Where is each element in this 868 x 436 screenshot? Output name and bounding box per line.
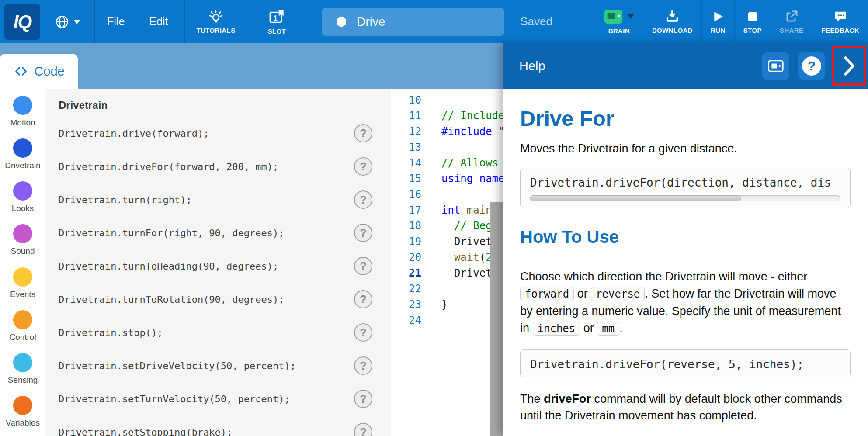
command-help-button[interactable]: ? [354, 290, 372, 308]
sidebar-item-drivetrain[interactable]: Drivetrain [5, 136, 40, 179]
horizontal-scrollbar [530, 195, 840, 201]
command-help-button[interactable]: ? [354, 423, 372, 436]
file-menu[interactable]: File [95, 0, 137, 43]
editor-line[interactable]: 19 Drivetra [391, 234, 503, 249]
command-text[interactable]: Drivetrain.turnFor(right, 90, degrees); [59, 228, 354, 239]
sidebar-item-variables[interactable]: Variables [6, 393, 40, 436]
editor-line[interactable]: 20 wait(2, [391, 249, 503, 265]
category-label: Sound [11, 246, 35, 256]
command-row[interactable]: Drivetrain.setDriveVelocity(50, percent)… [59, 349, 391, 382]
command-help-button[interactable]: ? [354, 124, 372, 142]
editor-line[interactable]: 11// Include [391, 108, 503, 124]
command-text[interactable]: Drivetrain.stop(); [59, 327, 354, 338]
sound-category-icon [13, 224, 32, 243]
line-number: 24 [391, 312, 428, 328]
editor-line[interactable]: 23} [391, 297, 503, 312]
tab-code[interactable]: Code [0, 54, 78, 89]
workspace: Code MotionDrivetrainLooksSoundEventsCon… [0, 43, 503, 436]
collapse-panel-highlight [832, 46, 866, 86]
command-row[interactable]: Drivetrain.turnToHeading(90, degrees);? [59, 249, 391, 283]
help-header: Help ? [503, 43, 868, 89]
line-number: 12 [391, 124, 428, 139]
run-button[interactable]: RUN [701, 0, 734, 43]
command-text[interactable]: Drivetrain.setDriveVelocity(50, percent)… [59, 360, 354, 371]
editor-line[interactable]: 18 // Begi [391, 218, 503, 234]
command-row[interactable]: Drivetrain.turnFor(right, 90, degrees);? [59, 216, 391, 249]
code-editor[interactable]: 1011// Include12#include "1314// Allows1… [391, 89, 503, 436]
svg-text:1: 1 [274, 14, 278, 21]
command-help-button[interactable]: ? [354, 224, 372, 242]
category-label: Variables [6, 418, 40, 428]
command-text[interactable]: Drivetrain.turnToHeading(90, degrees); [59, 261, 354, 272]
sidebar-item-motion[interactable]: Motion [10, 93, 35, 136]
editor-line[interactable]: 24 [391, 312, 503, 328]
command-row[interactable]: Drivetrain.turn(right);? [59, 183, 391, 216]
help-question-button[interactable]: ? [798, 52, 825, 80]
project-name-button[interactable]: Drive [322, 8, 504, 36]
editor-line[interactable]: 21 Drivetra [391, 265, 503, 281]
top-toolbar: IQ File Edit [0, 0, 868, 43]
line-number: 16 [391, 187, 428, 202]
sidebar-item-events[interactable]: Events [10, 265, 35, 308]
collapse-panel-button[interactable] [841, 55, 857, 76]
editor-scrollbar[interactable] [490, 202, 503, 436]
run-label: RUN [711, 27, 726, 34]
sidebar-item-looks[interactable]: Looks [12, 179, 34, 221]
slot-button[interactable]: 1 SLOT [257, 0, 298, 43]
command-help-button[interactable]: ? [354, 257, 372, 275]
command-help-button[interactable]: ? [354, 356, 372, 375]
command-text[interactable]: Drivetrain.driveFor(forward, 200, mm); [59, 161, 354, 172]
bold-text: driveFor [544, 392, 591, 405]
edit-menu[interactable]: Edit [137, 0, 180, 43]
play-icon [712, 9, 725, 24]
command-row[interactable]: Drivetrain.stop();? [59, 316, 391, 349]
command-help-button[interactable]: ? [354, 323, 372, 342]
editor-line[interactable]: 22 [391, 281, 503, 297]
command-text[interactable]: Drivetrain.turn(right); [59, 194, 354, 205]
iq-logo: IQ [4, 4, 40, 40]
editor-line[interactable]: 16 [391, 187, 503, 202]
command-row[interactable]: Drivetrain.setTurnVelocity(50, percent);… [59, 382, 391, 415]
command-help-button[interactable]: ? [354, 390, 372, 408]
download-button[interactable]: DOWNLOAD [643, 0, 701, 43]
tutorials-label: TUTORIALS [196, 27, 235, 34]
category-label: Looks [12, 204, 34, 213]
editor-line[interactable]: 12#include " [391, 124, 503, 139]
feedback-button[interactable]: FEEDBACK [812, 0, 868, 43]
events-category-icon [13, 267, 32, 287]
example-text: Drivetrain.driveFor(reverse, 5, inches); [530, 358, 804, 371]
drivetrain-category-icon [13, 138, 32, 158]
language-menu[interactable] [45, 0, 90, 43]
line-number: 14 [391, 155, 428, 171]
share-button[interactable]: SHARE [771, 0, 812, 43]
tutorials-button[interactable]: TUTORIALS [185, 0, 247, 43]
line-number: 17 [391, 202, 428, 218]
command-row[interactable]: Drivetrain.driveFor(forward, 200, mm);? [59, 150, 391, 183]
line-number: 10 [391, 92, 428, 108]
sidebar-item-sound[interactable]: Sound [11, 221, 35, 264]
horizontal-scrollbar-thumb[interactable] [530, 195, 741, 201]
stop-button[interactable]: STOP [734, 0, 771, 43]
sidebar-item-control[interactable]: Control [9, 308, 36, 350]
command-text[interactable]: Drivetrain.setTurnVelocity(50, percent); [59, 394, 354, 405]
motion-category-icon [13, 96, 32, 115]
editor-line[interactable]: 17int main( [391, 202, 503, 218]
command-row[interactable]: Drivetrain.turnToRotation(90, degrees);? [59, 283, 391, 316]
brain-button[interactable]: BRAIN [595, 0, 643, 43]
editor-line[interactable]: 14// Allows [391, 155, 503, 171]
editor-code: // Begi [441, 218, 498, 234]
command-row[interactable]: Drivetrain.drive(forward);? [59, 117, 391, 150]
editor-line[interactable]: 15using name [391, 171, 503, 187]
brain-help-button[interactable] [762, 52, 789, 80]
command-text[interactable]: Drivetrain.drive(forward); [59, 128, 354, 139]
command-row[interactable]: Drivetrain.setStopping(brake);? [59, 415, 391, 436]
editor-line[interactable]: 13 [391, 139, 503, 155]
slot-icon: 1 [268, 9, 285, 25]
command-text[interactable]: Drivetrain.turnToRotation(90, degrees); [59, 294, 354, 305]
command-help-button[interactable]: ? [354, 190, 372, 209]
editor-line[interactable]: 10 [391, 92, 503, 108]
sidebar-item-sensing[interactable]: Sensing [8, 350, 38, 393]
editor-code: } [441, 297, 448, 312]
command-help-button[interactable]: ? [354, 157, 372, 176]
command-text[interactable]: Drivetrain.setStopping(brake); [59, 427, 354, 436]
